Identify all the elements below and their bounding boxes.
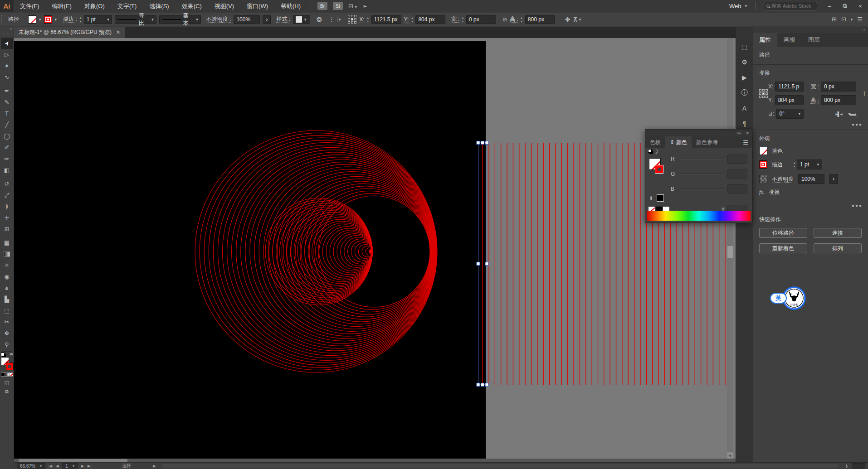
y-stepper[interactable]: ▴▾ <box>411 16 413 23</box>
color-spectrum-bar[interactable] <box>647 211 751 221</box>
y-field[interactable]: 804 px <box>415 15 445 24</box>
last-artboard-icon[interactable]: ▶| <box>88 464 91 468</box>
search-input[interactable] <box>771 3 814 9</box>
menu-list-icon[interactable]: ☰ <box>857 16 863 23</box>
color-gradient-none-switch[interactable] <box>1 372 13 377</box>
app-button-st[interactable]: St <box>333 2 343 10</box>
channel-slider[interactable] <box>680 159 724 160</box>
layout-switcher-icon[interactable]: ⊟ ▾ <box>348 3 357 10</box>
swap-fill-stroke-icon[interactable]: ⤸ <box>655 149 658 155</box>
gradient-mode-icon[interactable] <box>5 372 9 377</box>
channel-value-field[interactable] <box>727 184 747 193</box>
none-mode-icon[interactable] <box>9 372 13 377</box>
paragraph-panel-icon[interactable]: ¶ <box>739 119 750 128</box>
menu-item-3[interactable]: 文字(T) <box>111 0 143 12</box>
x-stepper[interactable]: ▴▾ <box>367 16 369 23</box>
channel-slider[interactable] <box>680 174 724 174</box>
quick-action-2[interactable]: 重新着色 <box>759 243 807 253</box>
type-tool[interactable]: T <box>1 108 13 119</box>
x-field[interactable]: 1121.5 p <box>775 82 804 92</box>
magic-wand-tool[interactable]: ✶ <box>1 60 13 72</box>
reference-point-locator[interactable] <box>759 89 766 98</box>
w-stepper[interactable]: ▴▾ <box>462 16 463 23</box>
hand-tool[interactable]: ✥ <box>1 328 13 339</box>
swap-fill-stroke-icon[interactable]: ⇄ <box>10 352 13 356</box>
artboards-panel-icon[interactable]: ⬚ <box>739 42 750 51</box>
drawing-modes-icon[interactable]: ◱ <box>5 380 9 386</box>
menu-item-4[interactable]: 选择(S) <box>143 0 175 12</box>
opacity-label[interactable]: 不透明度 <box>772 175 794 183</box>
channel-slider[interactable] <box>680 189 724 189</box>
artboard-number-dropdown[interactable]: 1▾ <box>62 463 78 469</box>
graph-tool[interactable]: ▙ <box>1 294 13 305</box>
close-tab-icon[interactable]: ✕ <box>116 29 120 35</box>
transform-expand-icon[interactable]: ✥ <box>565 16 571 23</box>
close-button[interactable]: × <box>853 0 868 12</box>
color-mode-icon[interactable] <box>1 372 5 377</box>
fill-label[interactable]: 填色 <box>772 147 783 155</box>
zoom-tool[interactable]: ⚲ <box>1 339 13 350</box>
mini-fill-stroke-icon[interactable] <box>648 149 652 153</box>
snap-options-icon[interactable]: ⊼▾ <box>573 16 581 23</box>
chevron-down-icon[interactable]: ▾ <box>55 17 57 22</box>
tab-颜色[interactable]: ⇕颜色 <box>665 136 692 148</box>
flip-horizontal-icon[interactable]: ▸▌◂ <box>835 111 842 116</box>
selection-tool[interactable]: ➤ <box>1 38 13 49</box>
restore-button[interactable]: ⧉ <box>837 0 853 12</box>
w-field[interactable]: 0 px <box>466 15 496 24</box>
menu-item-8[interactable]: 帮助(H) <box>274 0 307 12</box>
stroke-swatch[interactable] <box>44 15 52 24</box>
tab-属性[interactable]: 属性 <box>753 33 777 47</box>
paintbrush-tool[interactable]: ✐ <box>1 142 13 153</box>
mesh-tool[interactable]: ▦ <box>1 237 13 248</box>
y-field[interactable]: 804 px <box>775 95 804 105</box>
quick-action-3[interactable]: 排列 <box>814 243 862 253</box>
blend-tool[interactable]: ◉ <box>1 271 13 282</box>
tools-drag-grip[interactable] <box>3 33 11 36</box>
stroke-weight-field[interactable]: 1 pt▾ <box>84 15 112 24</box>
pen-tool[interactable]: ✒ <box>1 85 13 97</box>
width-tool[interactable]: ≬ <box>1 201 13 212</box>
info-panel-icon[interactable]: ⓘ <box>739 88 750 97</box>
workspace-switcher[interactable]: Web▾ <box>725 3 751 10</box>
horizontal-scrollbar[interactable] <box>162 464 839 468</box>
h-field[interactable]: 800 px <box>821 95 856 105</box>
flip-vertical-icon[interactable]: ▾▬▴ <box>848 111 856 116</box>
collapse-panel-icon[interactable]: » <box>753 27 868 33</box>
last-color-swatch[interactable] <box>657 194 664 202</box>
fill-swatch[interactable] <box>28 15 36 24</box>
stroke-swatch[interactable] <box>759 160 767 169</box>
style-label[interactable]: 样式 : <box>276 15 290 23</box>
quick-action-1[interactable]: 连接 <box>814 228 862 238</box>
stroke-weight-stepper[interactable]: ▴▾ <box>80 16 81 23</box>
channel-value-field[interactable] <box>727 155 747 164</box>
share-rocket-icon[interactable]: ➢ <box>362 3 367 10</box>
constrain-proportions-icon[interactable]: ⊘ <box>502 16 507 23</box>
panel-menu-icon[interactable]: ☰ <box>743 139 752 146</box>
tab-图层[interactable]: 图层 <box>802 33 826 47</box>
w-field[interactable]: 0 px <box>821 82 856 92</box>
opacity-more-button[interactable]: › <box>829 174 838 184</box>
ellipse-tool[interactable]: ◯ <box>1 131 13 142</box>
shaper-tool[interactable]: ✏ <box>1 153 13 164</box>
minimize-button[interactable]: – <box>822 0 837 12</box>
slice-tool[interactable]: ✂ <box>1 316 13 328</box>
document-tab[interactable]: 未标题-1* @ 66.67% (RGB/GPU 预览) ✕ <box>14 27 125 38</box>
puppet-warp-tool[interactable]: ✛ <box>1 212 13 223</box>
artboard-tool[interactable]: ⬚ <box>1 305 13 316</box>
curvature-tool[interactable]: ✎ <box>1 97 13 108</box>
chevron-down-icon[interactable]: ▾ <box>851 17 853 22</box>
perspective-grid-tool[interactable]: ⊞ <box>1 223 13 235</box>
zoom-level-dropdown[interactable]: 66.67%▾ <box>17 463 45 469</box>
quick-action-0[interactable]: 位移路径 <box>759 228 807 238</box>
menu-item-5[interactable]: 效果(C) <box>176 0 208 12</box>
first-artboard-icon[interactable]: |◀ <box>49 464 52 468</box>
scale-tool[interactable]: ⤢ <box>1 189 13 201</box>
scroll-right-icon[interactable]: ❯ <box>845 464 848 468</box>
stroke-color-red[interactable] <box>6 363 13 370</box>
brush-definition-dropdown[interactable]: 基本▾ <box>159 15 201 24</box>
style-dropdown[interactable]: ▾ <box>293 15 310 24</box>
opacity-label[interactable]: 不透明度 : <box>206 15 231 23</box>
w-label[interactable]: 宽 : <box>805 83 819 91</box>
libraries-panel-icon[interactable]: ⚙ <box>739 58 750 67</box>
